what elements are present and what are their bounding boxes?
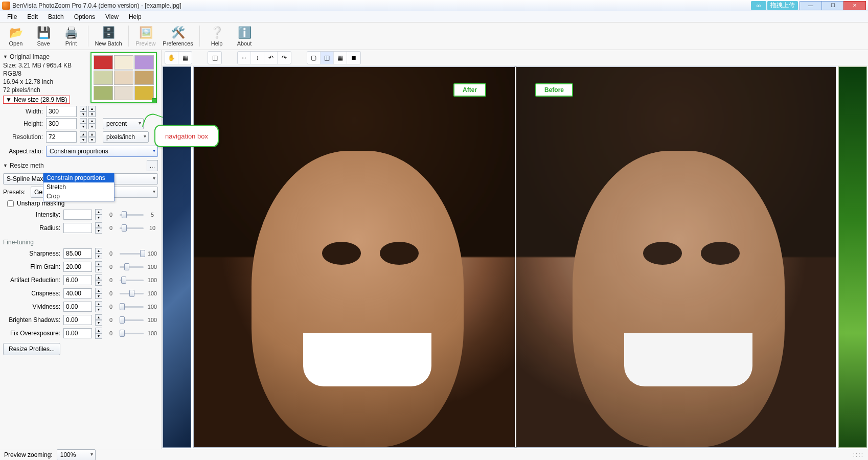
aspect-ratio-combo[interactable]: Constrain proportions xyxy=(46,146,158,157)
arrows-h-icon: ↔ xyxy=(241,54,247,61)
finetune-stepper[interactable]: ▲▼ xyxy=(95,261,102,272)
menu-batch[interactable]: Batch xyxy=(43,12,69,21)
maximize-button[interactable]: ☐ xyxy=(821,1,844,10)
finetune-slider[interactable] xyxy=(120,315,144,325)
finetune-slider[interactable] xyxy=(120,249,144,258)
finetune-stepper[interactable]: ▲▼ xyxy=(95,301,102,312)
about-button[interactable]: ℹ️ About xyxy=(231,24,258,49)
menu-options[interactable]: Options xyxy=(69,12,100,21)
minimize-button[interactable]: — xyxy=(800,1,822,10)
width-link-stepper[interactable]: ▲▼ xyxy=(88,106,96,117)
hand-tool-button[interactable]: ✋ xyxy=(165,52,178,64)
main-toolbar: 📂 Open 💾 Save 🖨️ Print 🗄️ New Batch 🖼️ P… xyxy=(0,22,868,50)
navigation-box-callout: navigation box xyxy=(154,125,219,147)
preview-zoom-combo[interactable]: 100% xyxy=(57,449,96,461)
finetune-max: 100 xyxy=(147,330,158,336)
resolution-unit-combo[interactable]: pixels/inch xyxy=(103,131,149,143)
finetune-input[interactable]: 6.00 xyxy=(63,275,92,285)
finetune-stepper[interactable]: ▲▼ xyxy=(95,288,102,299)
intensity-slider[interactable] xyxy=(120,210,144,219)
menu-help[interactable]: Help xyxy=(124,12,147,21)
finetune-slider[interactable] xyxy=(120,289,144,298)
finetune-slider[interactable] xyxy=(120,302,144,311)
height-link-stepper[interactable]: ▲▼ xyxy=(88,118,96,129)
height-stepper[interactable]: ▲▼ xyxy=(80,118,87,129)
save-button[interactable]: 💾 Save xyxy=(30,24,57,49)
resize-method-header[interactable]: ▼Resize meth … xyxy=(3,159,158,172)
menu-edit[interactable]: Edit xyxy=(22,12,43,21)
preview-area[interactable]: After Before xyxy=(162,65,868,449)
view-single-button[interactable]: ▢ xyxy=(307,52,321,64)
help-button[interactable]: ❔ Help xyxy=(203,24,231,49)
help-label: Help xyxy=(211,40,223,47)
batch-icon: 🗄️ xyxy=(101,26,116,40)
cloud-icon[interactable]: ∞ xyxy=(751,1,766,10)
tools-icon: 🛠️ xyxy=(171,26,185,40)
aspect-ratio-dropdown[interactable]: Constrain proportions Stretch Crop xyxy=(43,173,115,201)
height-input[interactable]: 300 xyxy=(46,118,77,129)
view-split-button[interactable]: ◫ xyxy=(321,52,334,64)
size-unit-combo[interactable]: percent xyxy=(103,118,144,129)
aspect-option-stretch[interactable]: Stretch xyxy=(43,182,114,192)
finetune-slider[interactable] xyxy=(120,262,144,271)
view-quad-button[interactable]: ▦ xyxy=(334,52,347,64)
finetune-label: Crispness: xyxy=(3,290,60,297)
view-list-button[interactable]: ≣ xyxy=(347,52,360,64)
aspect-option-crop[interactable]: Crop xyxy=(43,192,114,201)
print-button[interactable]: 🖨️ Print xyxy=(57,24,85,49)
fit-height-button[interactable]: ↕ xyxy=(251,52,264,64)
resize-handle-icon[interactable] xyxy=(152,98,157,103)
resize-profiles-button[interactable]: Resize Profiles... xyxy=(3,343,60,355)
unsharp-checkbox-input[interactable] xyxy=(7,200,14,207)
intensity-input[interactable] xyxy=(63,210,92,220)
resolution-input[interactable]: 72 xyxy=(46,131,77,143)
original-image-label: Original Image xyxy=(10,53,50,60)
radius-input[interactable] xyxy=(63,223,92,233)
resize-method-more-button[interactable]: … xyxy=(147,160,158,171)
intensity-stepper[interactable]: ▲▼ xyxy=(95,209,102,220)
menu-view[interactable]: View xyxy=(100,12,124,21)
resolution-link-stepper[interactable]: ▲▼ xyxy=(88,131,96,143)
marquee-tool-button[interactable]: ▦ xyxy=(178,52,192,64)
radius-stepper[interactable]: ▲▼ xyxy=(95,222,102,234)
finetune-label: Sharpness: xyxy=(3,250,60,257)
redo-button[interactable]: ↷ xyxy=(278,52,291,64)
intensity-min: 0 xyxy=(105,212,117,218)
navigation-thumbnail[interactable] xyxy=(90,52,157,103)
finetune-input[interactable]: 40.00 xyxy=(63,288,92,298)
undo-button[interactable]: ↶ xyxy=(264,52,278,64)
finetune-stepper[interactable]: ▲▼ xyxy=(95,328,102,339)
open-button[interactable]: 📂 Open xyxy=(2,24,30,49)
view-split-icon: ◫ xyxy=(324,54,330,61)
save-label: Save xyxy=(37,40,50,47)
finetune-input[interactable]: 0.00 xyxy=(63,315,92,325)
new-size-header[interactable]: ▼New size (28.9 MB) xyxy=(3,96,70,104)
finetune-input[interactable]: 0.00 xyxy=(63,302,92,312)
split-view[interactable]: After Before xyxy=(193,66,836,448)
finetune-input[interactable]: 85.00 xyxy=(63,248,92,259)
finetune-stepper[interactable]: ▲▼ xyxy=(95,248,102,259)
menu-file[interactable]: File xyxy=(2,12,22,21)
aspect-option-constrain[interactable]: Constrain proportions xyxy=(43,173,114,182)
close-button[interactable]: ✕ xyxy=(843,1,866,10)
width-input[interactable]: 300 xyxy=(46,106,77,117)
finetune-stepper[interactable]: ▲▼ xyxy=(95,314,102,326)
crop-button[interactable]: ◫ xyxy=(208,52,221,64)
finetune-label: Film Grain: xyxy=(3,263,60,270)
width-stepper[interactable]: ▲▼ xyxy=(80,106,87,117)
resolution-stepper[interactable]: ▲▼ xyxy=(80,131,87,143)
new-batch-button[interactable]: 🗄️ New Batch xyxy=(92,24,125,49)
drag-upload-hint[interactable]: 拖拽上传 xyxy=(767,1,798,10)
preview-left-strip xyxy=(163,66,191,448)
finetune-slider[interactable] xyxy=(120,275,144,285)
finetune-input[interactable]: 0.00 xyxy=(63,328,92,338)
radius-slider[interactable] xyxy=(120,223,144,233)
resize-grip-icon[interactable]: :::: xyxy=(853,451,864,458)
finetune-input[interactable]: 20.00 xyxy=(63,262,92,272)
fit-width-button[interactable]: ↔ xyxy=(238,52,251,64)
finetune-stepper[interactable]: ▲▼ xyxy=(95,274,102,286)
finetune-slider[interactable] xyxy=(120,329,144,338)
split-divider[interactable] xyxy=(515,67,516,447)
preview-toolbar: ✋ ▦ ◫ ↔ ↕ ↶ ↷ ▢ ◫ ▦ ≣ xyxy=(162,50,868,65)
preferences-button[interactable]: 🛠️ Preferences xyxy=(159,24,196,49)
